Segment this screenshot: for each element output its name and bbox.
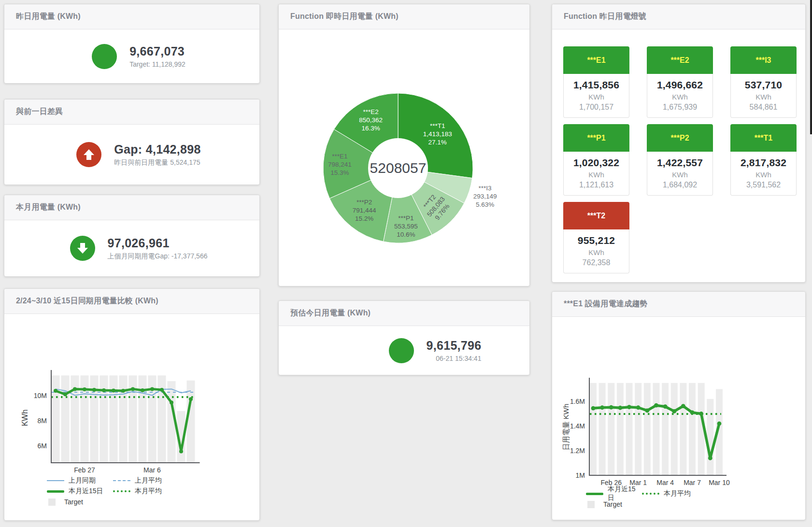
- tile-unit: KWh: [647, 171, 712, 179]
- tile-target: 762,358: [564, 258, 629, 267]
- green-down-arrow-icon: [70, 236, 95, 261]
- tile-unit: KWh: [564, 171, 629, 179]
- gap-subtext: 昨日與前日用電量 5,524,175: [114, 158, 200, 167]
- card-yesterday-lights: Function 昨日用電燈號 ***E1 1,415,856KWh1,700,…: [552, 4, 806, 283]
- legend-item-this-month[interactable]: 本月近15日: [586, 485, 642, 502]
- panel-title-lights[interactable]: Function 昨日用電燈號: [552, 4, 805, 29]
- tile-target: 584,861: [731, 103, 796, 112]
- light-tile-p2: ***P2 1,422,557KWh1,684,092: [647, 124, 713, 196]
- green-dotted-swatch-icon: [113, 490, 130, 492]
- yesterday-target: Target: 11,128,992: [129, 60, 185, 68]
- tile-target: 1,675,939: [647, 103, 712, 112]
- svg-text:27.1%: 27.1%: [428, 139, 447, 146]
- green-line-swatch-icon: [47, 490, 64, 493]
- tile-target: 1,121,613: [564, 181, 629, 189]
- green-status-circle-icon: [389, 338, 414, 363]
- card-realtime-donut: Function 即時日用電量 (KWh) ***T11,413,18327.1…: [278, 4, 530, 286]
- card-e1-trend-chart: ***E1 設備用電達成趨勢 1M1.2M1.4M1.6MFeb 26Mar 1…: [552, 291, 806, 520]
- svg-text:KWh: KWh: [21, 410, 29, 427]
- svg-text:1,413,183: 1,413,183: [423, 130, 452, 138]
- svg-text:15.3%: 15.3%: [330, 169, 349, 176]
- panel-title-month[interactable]: 本月用電量 (KWh): [4, 195, 259, 220]
- tile-unit: KWh: [647, 93, 712, 101]
- panel-title-yesterday[interactable]: 昨日用電量 (KWh): [4, 4, 259, 29]
- svg-text:10.6%: 10.6%: [397, 231, 415, 238]
- svg-text:798,241: 798,241: [328, 161, 352, 168]
- tile-value: 955,212: [564, 235, 629, 246]
- light-tile-p1: ***P1 1,020,322KWh1,121,613: [563, 124, 629, 196]
- legend-item-last-month[interactable]: 上月同期: [47, 476, 113, 485]
- svg-text:***I3: ***I3: [479, 185, 492, 192]
- forecast-value: 9,615,796: [427, 339, 482, 353]
- svg-text:791,444: 791,444: [353, 207, 376, 214]
- svg-text:Feb 27: Feb 27: [74, 466, 95, 474]
- tile-header: ***T2: [563, 202, 629, 229]
- tile-header: ***E2: [647, 46, 713, 74]
- legend-item-target[interactable]: Target: [586, 500, 642, 508]
- forecast-timestamp: 06-21 15:34:41: [427, 355, 482, 362]
- svg-text:5208057: 5208057: [370, 160, 427, 176]
- tile-value: 2,817,832: [731, 157, 796, 169]
- tile-value: 1,415,856: [564, 79, 629, 91]
- svg-text:293,149: 293,149: [473, 193, 497, 200]
- panel-title-realtime[interactable]: Function 即時日用電量 (KWh): [279, 4, 529, 29]
- svg-text:15.2%: 15.2%: [355, 215, 373, 222]
- svg-text:1M: 1M: [576, 471, 585, 479]
- yesterday-value: 9,667,073: [129, 44, 185, 58]
- svg-text:5.63%: 5.63%: [476, 201, 494, 208]
- legend-item-target[interactable]: Target: [47, 498, 113, 506]
- svg-text:1.2M: 1.2M: [570, 447, 585, 455]
- svg-text:1.6M: 1.6M: [570, 398, 585, 405]
- card-yesterday-usage: 昨日用電量 (KWh) 9,667,073 Target: 11,128,992: [4, 4, 260, 84]
- lights-grid: ***E1 1,415,856KWh1,700,157 ***E2 1,496,…: [563, 46, 797, 273]
- svg-text:***E2: ***E2: [363, 108, 379, 115]
- red-up-arrow-icon: [76, 142, 101, 167]
- yesterday-stat: 9,667,073 Target: 11,128,992: [11, 29, 266, 83]
- tile-unit: KWh: [731, 93, 796, 101]
- tile-header: ***E1: [563, 46, 629, 74]
- month-subtext: 上個月同期用電Gap: -17,377,566: [108, 252, 208, 261]
- panel-title-forecast[interactable]: 預估今日用電量 (KWh): [279, 301, 529, 326]
- svg-text:***P2: ***P2: [356, 199, 372, 206]
- blue-line-swatch-icon: [47, 480, 64, 481]
- svg-text:Mar 6: Mar 6: [143, 466, 161, 474]
- tile-unit: KWh: [731, 171, 796, 179]
- tile-value: 1,422,557: [647, 157, 712, 169]
- legend-item-last-month-avg[interactable]: 上月平均: [113, 476, 179, 485]
- card-forecast-today: 預估今日用電量 (KWh) 9,615,796 06-21 15:34:41: [278, 300, 530, 375]
- light-tile-i3: ***I3 537,710KWh584,861: [730, 46, 797, 118]
- card-month-usage: 本月用電量 (KWh) 97,026,961 上個月同期用電Gap: -17,3…: [4, 195, 260, 277]
- svg-text:***E1: ***E1: [332, 153, 347, 160]
- page-scrollbar-thumb[interactable]: [810, 0, 812, 134]
- green-status-circle-icon: [92, 44, 117, 69]
- svg-text:553,595: 553,595: [394, 223, 418, 230]
- tile-value: 537,710: [731, 79, 796, 91]
- svg-text:Mar 7: Mar 7: [684, 479, 701, 486]
- legend-item-this-month-avg[interactable]: 本月平均: [642, 489, 698, 498]
- svg-text:16.3%: 16.3%: [362, 125, 380, 132]
- blue-dashed-swatch-icon: [113, 480, 130, 481]
- panel-title-gap[interactable]: 與前一日差異: [4, 100, 259, 125]
- card-15day-comparison-chart: 2/24~3/10 近15日同期用電量比較 (KWh) 6M8M10MFeb 2…: [4, 288, 260, 521]
- month-value: 97,026,961: [108, 236, 208, 250]
- light-tile-e2: ***E2 1,496,662KWh1,675,939: [647, 46, 713, 118]
- svg-text:***P1: ***P1: [398, 214, 413, 222]
- tile-target: 1,700,157: [564, 103, 629, 112]
- target-bar-swatch-icon: [587, 501, 595, 508]
- tile-value: 1,496,662: [647, 79, 712, 91]
- tile-unit: KWh: [564, 93, 629, 101]
- light-tile-e1: ***E1 1,415,856KWh1,700,157: [563, 46, 629, 118]
- gap-stat: Gap: 4,142,898 昨日與前日用電量 5,524,175: [11, 125, 266, 185]
- svg-text:8M: 8M: [38, 417, 47, 425]
- svg-text:Mar 4: Mar 4: [656, 479, 674, 486]
- legend-item-this-month[interactable]: 本月近15日: [47, 487, 113, 496]
- tile-target: 1,684,092: [647, 181, 712, 189]
- svg-text:850,362: 850,362: [359, 116, 383, 124]
- tile-header: ***P1: [563, 124, 629, 152]
- card-gap-previous-day: 與前一日差異 Gap: 4,142,898 昨日與前日用電量 5,524,175: [4, 99, 260, 185]
- comparison-legend: 上月同期 上月平均 本月近15日 本月平均 Target: [47, 475, 179, 507]
- legend-item-this-month-avg[interactable]: 本月平均: [113, 487, 179, 496]
- svg-text:日用電量 KWh: 日用電量 KWh: [562, 404, 570, 451]
- svg-text:1.4M: 1.4M: [570, 422, 585, 430]
- light-tile-t2: ***T2 955,212KWh762,358: [563, 202, 629, 273]
